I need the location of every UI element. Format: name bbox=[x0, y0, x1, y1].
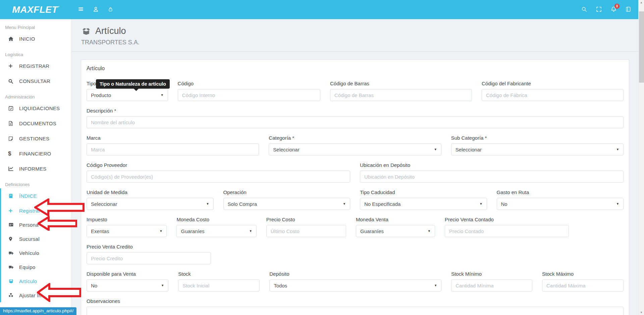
input-codigo-de-barras[interactable] bbox=[330, 89, 472, 101]
sidebar-item-label: GESTIONES bbox=[19, 136, 49, 141]
card-title: Artículo bbox=[87, 65, 624, 72]
select-moneda-costo[interactable]: Guaraníes▼ bbox=[176, 225, 256, 237]
field-label: Stock Mínimo bbox=[451, 271, 532, 277]
sidebar-item-articulo[interactable]: Artículo bbox=[1, 274, 71, 288]
input-marca[interactable] bbox=[87, 143, 259, 155]
plus-icon bbox=[8, 208, 15, 213]
chevron-down-icon: ▼ bbox=[160, 229, 163, 233]
topbar: MAXFLET' 0 bbox=[0, 0, 638, 19]
status-url-bar: https://maxflet.app/n_articulo.php#/ bbox=[0, 307, 76, 315]
select-categoria[interactable]: Seleccionar▼ bbox=[269, 143, 441, 155]
notifications-button[interactable]: 0 bbox=[606, 0, 621, 19]
fullscreen-button[interactable] bbox=[591, 0, 606, 19]
select-value: Solo Compra bbox=[228, 201, 257, 207]
field-precio-costo: Precio Costo bbox=[266, 217, 346, 237]
field-stock-maximo: Stock Máximo bbox=[542, 271, 624, 291]
sidebar-item-indice[interactable]: ÍNDICE bbox=[1, 188, 71, 204]
sidebar-item-inicio[interactable]: INICIO bbox=[0, 31, 71, 46]
lock-button[interactable] bbox=[103, 0, 118, 19]
sidebar-item-liquidaciones[interactable]: LIQUIDACIONES bbox=[0, 101, 71, 116]
sidebar-item-ajustar-inventario[interactable]: Ajustar Inventario bbox=[1, 288, 71, 302]
fullscreen-icon bbox=[596, 6, 602, 13]
field-codigo-del-fabricante: Código del Fabricante bbox=[482, 81, 624, 101]
sidebar-item-label: LIQUIDACIONES bbox=[19, 105, 60, 111]
field-ubicacion-en-deposito: Ubicación en Depósito bbox=[360, 162, 624, 183]
sidebar-item-gestiones[interactable]: GESTIONES bbox=[0, 131, 71, 146]
chevron-down-icon: ▼ bbox=[616, 148, 619, 151]
field-deposito: DepósitoTodos▼ bbox=[269, 271, 441, 291]
select-tipo[interactable]: Producto▼ bbox=[87, 89, 168, 101]
select-sub-categoria[interactable]: Seleccionar▼ bbox=[451, 143, 624, 155]
user-button[interactable] bbox=[88, 0, 103, 19]
input-stock-minimo[interactable] bbox=[451, 279, 532, 291]
book-icon bbox=[8, 193, 15, 199]
sidebar-section-items: INICIO bbox=[0, 31, 71, 46]
input-codigo-proveedor[interactable] bbox=[87, 171, 350, 183]
input-descripcion[interactable] bbox=[87, 116, 624, 128]
select-tipo-caducidad[interactable]: No Especificada▼ bbox=[360, 198, 487, 210]
sidebar-item-financiero[interactable]: $FINANCIERO bbox=[0, 146, 71, 161]
input-observaciones[interactable] bbox=[87, 307, 624, 315]
input-ubicacion-en-deposito[interactable] bbox=[360, 171, 624, 183]
sidebar-section-header: Logística bbox=[0, 46, 71, 58]
form-row: Disponible para VentaNo▼StockDepósitoTod… bbox=[87, 271, 624, 291]
input-stock-maximo[interactable] bbox=[542, 279, 624, 291]
select-impuesto[interactable]: Exentas▼ bbox=[87, 225, 167, 237]
select-disponible-para-venta[interactable]: No▼ bbox=[87, 279, 168, 291]
chevron-down-icon: ▼ bbox=[434, 148, 437, 151]
panel-toggle-icon bbox=[625, 6, 631, 13]
sidebar-item-persona[interactable]: Persona bbox=[1, 218, 71, 232]
main-content: Artículo TRANSPORTES S.A. Artículo TipoP… bbox=[72, 19, 638, 315]
sidebar-collapse-button[interactable] bbox=[73, 0, 88, 19]
select-gasto-en-ruta[interactable]: No▼ bbox=[497, 198, 624, 210]
vertical-scrollbar[interactable]: ▲ ▼ bbox=[638, 0, 644, 315]
input-codigo[interactable] bbox=[178, 89, 320, 101]
input-codigo-del-fabricante[interactable] bbox=[482, 89, 624, 101]
field-label: Stock bbox=[178, 271, 260, 277]
field-sub-categoria: Sub Categoría *Seleccionar▼ bbox=[451, 135, 624, 155]
select-deposito[interactable]: Todos▼ bbox=[269, 279, 441, 291]
sidebar-item-label: INICIO bbox=[19, 36, 35, 42]
content-header: Artículo TRANSPORTES S.A. bbox=[72, 19, 638, 52]
sidebar-item-consultar[interactable]: CONSULTAR bbox=[0, 74, 71, 89]
sidebar-item-label: DOCUMENTOS bbox=[19, 121, 56, 126]
input-precio-venta-credito[interactable] bbox=[87, 252, 211, 264]
select-unidad-de-medida[interactable]: Seleccionar▼ bbox=[87, 198, 214, 210]
input-stock[interactable] bbox=[178, 279, 260, 291]
sidebar-section-items: REGISTRARCONSULTAR bbox=[0, 58, 71, 89]
control-sidebar-button[interactable] bbox=[621, 0, 636, 19]
sidebar-item-registrar[interactable]: Registrar bbox=[1, 204, 71, 218]
sidebar-item-label: FINANCIERO bbox=[19, 151, 51, 156]
input-precio-costo[interactable] bbox=[266, 225, 346, 237]
dollar-icon: $ bbox=[8, 151, 15, 156]
sidebar-item-informes[interactable]: INFORMES bbox=[0, 161, 71, 176]
select-value: Guaraníes bbox=[181, 228, 204, 234]
sidebar-item-sucursal[interactable]: Sucursal bbox=[1, 232, 71, 246]
sidebar-item-label: REGISTRAR bbox=[19, 63, 49, 69]
field-label: Stock Máximo bbox=[542, 271, 624, 277]
scrollbar-thumb[interactable] bbox=[639, 11, 644, 83]
field-moneda-costo: Moneda CostoGuaraníes▼ bbox=[176, 217, 256, 237]
input-precio-venta-contado[interactable] bbox=[445, 225, 569, 237]
field-stock-minimo: Stock Mínimo bbox=[451, 271, 532, 291]
field-disponible-para-venta: Disponible para VentaNo▼ bbox=[87, 271, 168, 291]
document-icon bbox=[8, 121, 15, 126]
field-operacion: OperaciónSolo Compra▼ bbox=[223, 189, 351, 210]
plus-icon bbox=[8, 63, 15, 69]
field-codigo-de-barras: Código de Barras bbox=[330, 81, 472, 101]
truck-icon bbox=[8, 265, 15, 270]
select-value: No bbox=[91, 283, 97, 288]
scrollbar-up-arrow[interactable]: ▲ bbox=[639, 0, 644, 5]
field-label: Gasto en Ruta bbox=[497, 189, 624, 195]
sidebar-item-registrar[interactable]: REGISTRAR bbox=[0, 58, 71, 74]
sidebar-item-vehiculo[interactable]: Vehículo bbox=[1, 246, 71, 260]
search-button[interactable] bbox=[577, 0, 591, 19]
select-operacion[interactable]: Solo Compra▼ bbox=[223, 198, 351, 210]
field-moneda-venta: Moneda VentaGuaraníes▼ bbox=[356, 217, 435, 237]
notifications-badge: 0 bbox=[614, 4, 620, 9]
select-moneda-venta[interactable]: Guaraníes▼ bbox=[356, 225, 435, 237]
sidebar-item-documentos[interactable]: DOCUMENTOS bbox=[0, 116, 71, 131]
sidebar-item-equipo[interactable]: Equipo bbox=[1, 260, 71, 274]
scrollbar-down-arrow[interactable]: ▼ bbox=[639, 310, 644, 315]
chevron-down-icon: ▼ bbox=[206, 202, 209, 206]
